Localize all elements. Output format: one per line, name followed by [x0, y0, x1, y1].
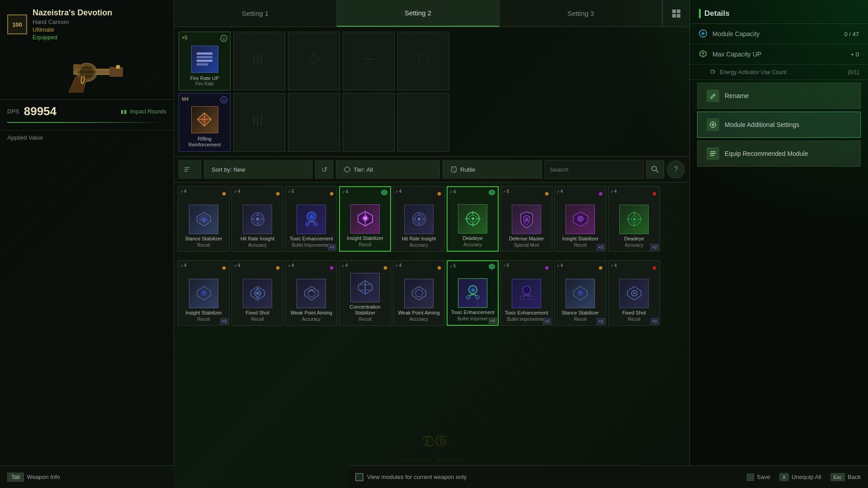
- module-slot-2[interactable]: [233, 32, 285, 90]
- empty-slot-icon-4: [343, 32, 394, 86]
- refresh-icon: ↺: [321, 165, 327, 174]
- module-card-toxic-2[interactable]: 𝘳 6 ● ×2 Toxic Enhancement Bullet Improv…: [500, 260, 552, 326]
- card-badge-right: ●: [652, 189, 657, 198]
- module-slot-4[interactable]: [343, 32, 395, 90]
- tab-setting1[interactable]: Setting 1: [174, 0, 337, 27]
- svg-point-85: [308, 290, 315, 297]
- module-card-toxic-1[interactable]: 𝘳 6 ● ⚠ ×3 Toxic Enhancement Bullet Impr…: [285, 186, 337, 252]
- card-sub: Accuracy: [410, 243, 428, 248]
- applied-value-row: Applied Value: [0, 130, 174, 145]
- module-card-defense[interactable]: 𝘳 8 ● ⚔ Defense Master Special Mod: [500, 186, 552, 252]
- card-tier: 𝘳 4: [343, 189, 348, 195]
- search-input[interactable]: [550, 166, 638, 173]
- refresh-btn[interactable]: ↺: [315, 160, 333, 178]
- card-name: Deadeye: [462, 235, 482, 241]
- dps-value: 89954: [24, 104, 57, 118]
- card-name: Insight Stabilizer: [562, 236, 599, 242]
- unequip-all-action[interactable]: X Unequip All: [779, 473, 821, 481]
- svg-rect-112: [711, 70, 714, 73]
- search-box[interactable]: [545, 160, 643, 178]
- max-capacity-value: + 0: [851, 51, 859, 58]
- module-card-conc[interactable]: 𝘳 4 ● Concentration Stabilizer Recoil: [339, 260, 391, 326]
- help-btn[interactable]: ?: [667, 160, 685, 178]
- module-card-stance-2[interactable]: 𝘳 4 ● ×2 Insight Stabilizer Recoil: [178, 260, 230, 326]
- card-icon-toxic-2: [512, 279, 541, 308]
- x2-badge: ×2: [220, 318, 228, 324]
- module-slot-r4[interactable]: [343, 93, 395, 152]
- svg-point-58: [417, 217, 421, 221]
- svg-point-76: [633, 218, 636, 221]
- module-slot-fire-rate[interactable]: ×5 ⊕ Fire Rate UP Fir: [179, 32, 231, 90]
- module-card-hit-1[interactable]: 𝘳 4 ● Hit Rate Insight Accuracy: [231, 186, 283, 252]
- module-card-fixed-1[interactable]: 𝘳 4 ● Fixed Shot Recoil: [231, 260, 283, 326]
- module-slot-3[interactable]: [288, 32, 340, 90]
- module-slot-5[interactable]: [397, 32, 449, 90]
- sort-btn[interactable]: [179, 160, 201, 178]
- slot-icon-1: [191, 46, 218, 73]
- tab-grid-icon[interactable]: [662, 0, 689, 27]
- module-slot-r3[interactable]: [288, 93, 340, 152]
- card-name: Toxic Enhancement: [451, 310, 495, 315]
- card-tier: 𝘳 4: [235, 263, 240, 268]
- module-card-weak-2[interactable]: 𝘳 4 ● Weak Point Aiming Accuracy: [393, 260, 445, 326]
- back-action[interactable]: Esc Back: [830, 473, 861, 481]
- filter-bar: Sort by: New ↺ Tier: All Rutile: [174, 157, 689, 183]
- card-sub: Recoil: [359, 317, 372, 322]
- tab-setting2[interactable]: Setting 2: [337, 0, 500, 27]
- empty-slot-icon-r4: [343, 94, 394, 148]
- svg-rect-16: [197, 60, 212, 62]
- equip-recommended-btn[interactable]: Equip Recommended Module: [697, 141, 861, 167]
- save-action[interactable]: Save: [747, 474, 770, 481]
- x2-badge: ×2: [651, 318, 659, 324]
- card-badge-right: ●: [222, 189, 226, 198]
- card-icon-fixed-2: [619, 279, 649, 308]
- module-card-insight-2[interactable]: 𝘳 4 ● ×2 Insight Stabilizer Recoil: [554, 186, 606, 252]
- module-slot-r2[interactable]: [233, 93, 285, 152]
- module-card-weak-1[interactable]: 𝘳 4 ● Weak Point Aiming Accuracy: [285, 260, 337, 326]
- slot-badge-1: ×5: [182, 35, 188, 40]
- module-card-deadeye-selected[interactable]: 𝘳 4 Deadeye Accurac: [447, 186, 499, 252]
- card-sub: Accuracy: [463, 242, 482, 247]
- card-sub: Recoil: [574, 317, 587, 322]
- detail-max-capacity: Max Capacity UP + 0: [690, 44, 868, 65]
- sort-filter[interactable]: Sort by: New: [204, 160, 312, 178]
- svg-point-49: [314, 222, 317, 226]
- card-badge-right: ●: [222, 263, 226, 272]
- card-badge-right: [381, 189, 387, 197]
- tab-setting3[interactable]: Setting 3: [500, 0, 662, 27]
- card-name: Deadeye: [624, 236, 644, 242]
- module-row-2: M4 ⊕ RiflingReinforcement: [179, 93, 685, 152]
- card-sub: Recoil: [628, 317, 641, 322]
- module-additional-btn[interactable]: Module Additional Settings: [697, 112, 861, 138]
- module-slot-rifling[interactable]: M4 ⊕ RiflingReinforcement: [179, 93, 231, 152]
- tier-filter[interactable]: Tier: All: [336, 160, 440, 178]
- module-slot-r5[interactable]: [397, 93, 449, 152]
- module-card-deadeye-2[interactable]: 𝘳 4 ● ×2 Deadeye Accuracy: [608, 186, 660, 252]
- module-card-stance-1[interactable]: 𝘳 4 ● Stance Stabilizer Recoil: [178, 186, 230, 252]
- module-card-toxic-selected[interactable]: 𝘳 6 ☠ ×4 Toxic Enhancement Bullet Improv: [447, 260, 499, 326]
- save-label: Save: [757, 474, 770, 480]
- card-badge-right: ●: [598, 189, 603, 198]
- weapon-info: Nazeistra's Devotion Hand Cannon Ultimat…: [33, 8, 112, 41]
- save-checkbox-icon: [747, 474, 754, 481]
- left-panel: 100 Nazeistra's Devotion Hand Cannon Ult…: [0, 0, 174, 488]
- view-current-checkbox[interactable]: [355, 473, 363, 481]
- rename-btn[interactable]: Rename: [697, 83, 861, 109]
- module-card-fixed-2[interactable]: 𝘳 4 ● ×2 Fixed Shot Recoil: [608, 260, 660, 326]
- x2-badge: ×2: [651, 244, 659, 250]
- rutile-icon: [450, 166, 458, 173]
- module-card-stance-3[interactable]: 𝘳 4 ● ×2 Stance Stabilizer Recoil: [554, 260, 606, 326]
- slot-sub-1: Fire Rate: [195, 81, 214, 86]
- card-name: Fixed Shot: [622, 310, 646, 316]
- dps-row: DPS 89954 ▮▮ Impact Rounds: [7, 104, 166, 118]
- card-sub: Bullet Improvement: [507, 317, 546, 322]
- module-card-hit-2[interactable]: 𝘳 4 ● Hit Rate Insight Accuracy: [393, 186, 445, 252]
- x2-badge: ×2: [543, 318, 551, 324]
- module-card-insight-selected[interactable]: 𝘳 4 Insight Stabilizer Recoil: [339, 186, 391, 252]
- card-icon-stance-3: [566, 279, 595, 308]
- search-icon-btn[interactable]: [646, 160, 664, 178]
- max-capacity-label: Max Capacity UP: [712, 51, 851, 58]
- svg-point-91: [415, 290, 423, 297]
- card-tier: 𝘳 6: [450, 263, 456, 269]
- rutile-filter[interactable]: Rutile: [443, 160, 542, 178]
